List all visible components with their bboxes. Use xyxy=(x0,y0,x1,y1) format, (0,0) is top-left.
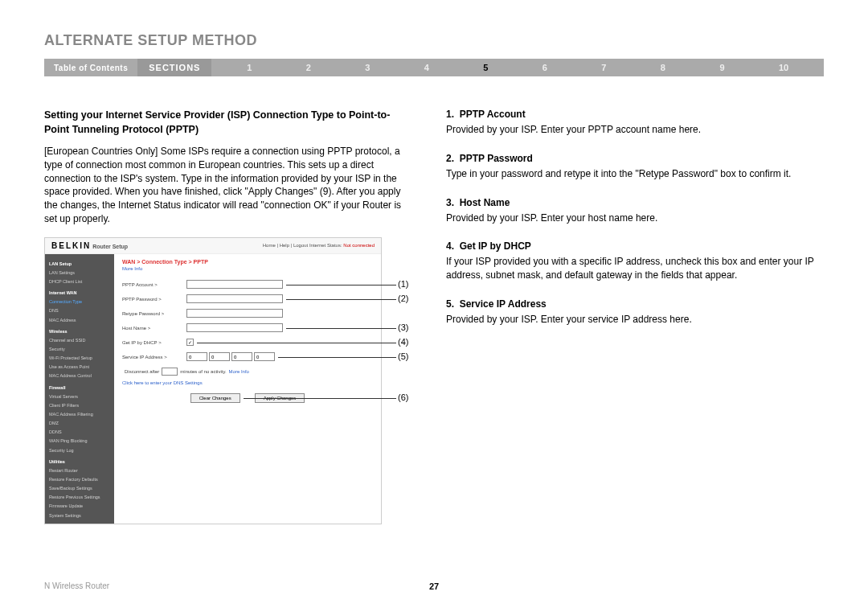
pptp-account-input[interactable] xyxy=(186,280,283,289)
sidebar-item[interactable]: MAC Address Filtering xyxy=(45,410,114,419)
retype-password-label: Retype Password > xyxy=(122,311,186,316)
page-number: 27 xyxy=(429,581,439,591)
section-2[interactable]: 2 xyxy=(306,63,311,72)
belkin-logo: BELKIN xyxy=(51,241,91,250)
disconnect-prefix: Disconnect after xyxy=(125,369,159,374)
info-item-text: Provided by your ISP. Enter your PPTP ac… xyxy=(446,123,824,137)
callout-line xyxy=(286,299,396,300)
pptp-account-label: PPTP Account > xyxy=(122,282,186,287)
ip-octet-2[interactable]: 0 xyxy=(209,352,230,361)
callout-6: (6) xyxy=(398,392,408,402)
sidebar-item[interactable]: Connection Type xyxy=(45,298,114,306)
dns-settings-link[interactable]: Click here to enter your DNS Settings xyxy=(122,380,373,385)
section-1[interactable]: 1 xyxy=(247,63,252,72)
page-footer: N Wireless Router 27 xyxy=(44,581,824,590)
section-7[interactable]: 7 xyxy=(601,63,606,72)
info-item-title: 5. Service IP Address xyxy=(446,298,824,310)
ip-octet-3[interactable]: 0 xyxy=(231,352,252,361)
info-item-text: Type in your password and retype it into… xyxy=(446,167,824,181)
router-sidebar: LAN SetupLAN SettingsDHCP Client ListInt… xyxy=(45,254,114,524)
sidebar-hdr: Firewall xyxy=(45,381,114,392)
sidebar-item[interactable]: MAC Address Control xyxy=(45,372,114,380)
section-4[interactable]: 4 xyxy=(424,63,429,72)
section-8[interactable]: 8 xyxy=(661,63,665,72)
callout-line xyxy=(286,328,396,329)
section-6[interactable]: 6 xyxy=(542,63,547,72)
pptp-password-input[interactable] xyxy=(186,294,283,303)
sidebar-item[interactable]: Restore Previous Settings xyxy=(45,493,114,502)
get-ip-dhcp-label: Get IP by DHCP > xyxy=(122,340,186,345)
info-item-title: 1. PPTP Account xyxy=(446,109,824,120)
callout-5: (5) xyxy=(398,351,408,361)
router-top-links: Home | Help | Logout Internet Status: No… xyxy=(263,243,375,248)
ip-octet-1[interactable]: 0 xyxy=(186,352,207,361)
sidebar-item[interactable]: Use as Access Point xyxy=(45,363,114,372)
sections-label: SECTIONS xyxy=(137,59,211,76)
sidebar-item[interactable]: DMZ xyxy=(45,419,114,428)
clear-changes-button[interactable]: Clear Changes xyxy=(190,393,240,403)
info-item-text: If your ISP provided you with a specific… xyxy=(446,255,824,282)
callout-line xyxy=(286,285,396,286)
more-info-link[interactable]: More Info xyxy=(122,266,373,271)
product-name: N Wireless Router xyxy=(44,581,109,590)
sidebar-item[interactable]: Client IP Filters xyxy=(45,401,114,410)
ip-octet-4[interactable]: 0 xyxy=(254,352,275,361)
sidebar-hdr: LAN Setup xyxy=(45,257,114,269)
sidebar-hdr: Utilities xyxy=(45,455,114,466)
sidebar-item[interactable]: Security Log xyxy=(45,446,114,455)
sidebar-item[interactable]: Wi-Fi Protected Setup xyxy=(45,354,114,363)
pptp-password-label: PPTP Password > xyxy=(122,297,186,302)
callout-line xyxy=(197,343,396,343)
host-name-label: Host Name > xyxy=(122,326,186,331)
info-item-title: 2. PPTP Password xyxy=(446,153,824,164)
disconnect-minutes-input[interactable] xyxy=(162,368,178,376)
info-item-title: 4. Get IP by DHCP xyxy=(446,240,824,252)
toc-link[interactable]: Table of Contents xyxy=(44,64,137,72)
sidebar-item[interactable]: Restart Router xyxy=(45,466,114,475)
info-item-5: 5. Service IP AddressProvided by your IS… xyxy=(446,298,824,327)
callout-4: (4) xyxy=(398,337,408,347)
info-item-4: 4. Get IP by DHCPIf your ISP provided yo… xyxy=(446,240,824,282)
router-screenshot: BELKIN Router Setup Home | Help | Logout… xyxy=(44,237,414,524)
sidebar-item[interactable]: Virtual Servers xyxy=(45,392,114,401)
sidebar-hdr: Wireless xyxy=(45,325,114,336)
sidebar-item[interactable]: DDNS xyxy=(45,428,114,437)
section-5[interactable]: 5 xyxy=(483,63,488,72)
get-ip-dhcp-checkbox[interactable]: ✓ xyxy=(186,339,194,346)
section-navbar: Table of Contents SECTIONS 1 2 3 4 5 6 7… xyxy=(44,59,824,76)
router-breadcrumb: WAN > Connection Type > PPTP xyxy=(122,259,373,265)
service-ip-label: Service IP Address > xyxy=(122,355,186,359)
router-setup-label: Router Setup xyxy=(92,244,128,249)
sidebar-item[interactable]: System Settings xyxy=(45,511,114,520)
retype-password-input[interactable] xyxy=(186,309,283,318)
section-9[interactable]: 9 xyxy=(719,63,724,72)
host-name-input[interactable] xyxy=(186,323,283,332)
section-10[interactable]: 10 xyxy=(779,63,788,72)
sidebar-hdr: Internet WAN xyxy=(45,286,114,298)
left-heading: Setting your Internet Service Provider (… xyxy=(44,109,414,137)
callout-2: (2) xyxy=(398,294,408,303)
callout-1: (1) xyxy=(398,279,408,289)
info-item-text: Provided by your ISP. Enter your service… xyxy=(446,313,824,327)
disconnect-moreinfo[interactable]: More Info xyxy=(229,369,249,374)
info-item-1: 1. PPTP AccountProvided by your ISP. Ent… xyxy=(446,109,824,137)
info-item-2: 2. PPTP PasswordType in your password an… xyxy=(446,153,824,181)
sidebar-item[interactable]: Security xyxy=(45,345,114,354)
sidebar-item[interactable]: DHCP Client List xyxy=(45,277,114,286)
info-item-3: 3. Host NameProvided by your ISP. Enter … xyxy=(446,197,824,225)
sidebar-item[interactable]: MAC Address xyxy=(45,316,114,325)
sidebar-item[interactable]: Firmware Update xyxy=(45,502,114,511)
left-paragraph: [European Countries Only] Some ISPs requ… xyxy=(44,145,414,226)
sidebar-item[interactable]: WAN Ping Blocking xyxy=(45,437,114,446)
info-item-title: 3. Host Name xyxy=(446,197,824,208)
callout-line xyxy=(278,357,396,358)
sidebar-item[interactable]: Save/Backup Settings xyxy=(45,484,114,493)
section-3[interactable]: 3 xyxy=(365,63,370,72)
sidebar-item[interactable]: LAN Settings xyxy=(45,269,114,277)
callout-3: (3) xyxy=(398,322,408,332)
sidebar-item[interactable]: Channel and SSID xyxy=(45,336,114,345)
disconnect-suffix: minutes of no activity. xyxy=(180,369,226,374)
sidebar-item[interactable]: Restore Factory Defaults xyxy=(45,475,114,484)
sidebar-item[interactable]: DNS xyxy=(45,306,114,315)
page-title: ALTERNATE SETUP METHOD xyxy=(44,32,824,49)
